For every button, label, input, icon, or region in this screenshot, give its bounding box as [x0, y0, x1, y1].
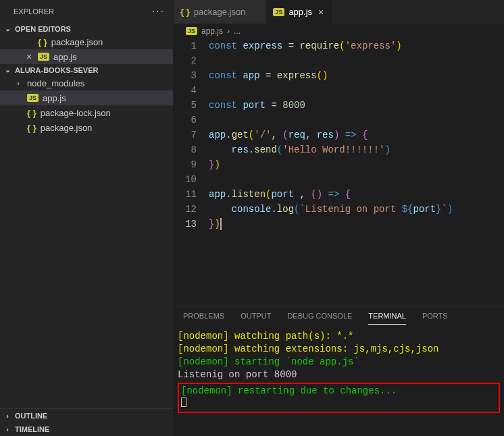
item-name: package-lock.json [41, 108, 111, 118]
file-item[interactable]: { }package-lock.json [0, 105, 173, 120]
chevron-right-icon: › [14, 79, 23, 87]
js-file-icon: JS [186, 27, 197, 35]
project-label: ALURA-BOOKS-SEVER [15, 66, 98, 74]
json-file-icon: { } [27, 108, 36, 118]
code-editor[interactable]: 12345678910111213 const express = requir… [174, 38, 504, 306]
file-name: app.js [53, 52, 77, 62]
json-file-icon: { } [38, 37, 47, 47]
editor-group: { }package.jsonJSapp.js× JS app.js › ...… [174, 0, 504, 436]
highlighted-output: [nodemon] restarting due to changes... [178, 383, 500, 413]
tab-label: package.json [194, 7, 246, 17]
panel-tab-debug-console[interactable]: DEBUG CONSOLE [287, 312, 352, 325]
code-content[interactable]: const express = require('express') const… [209, 38, 504, 306]
item-name: app.js [43, 93, 66, 103]
terminal-content[interactable]: [nodemon] watching path(s): *.*[nodemon]… [174, 325, 504, 436]
panel-tab-ports[interactable]: PORTS [422, 312, 448, 325]
terminal-line: Listenig on port 8000 [178, 369, 500, 381]
timeline-label: TIMELINE [15, 425, 49, 433]
outline-label: OUTLINE [15, 412, 47, 420]
editor-tab[interactable]: { }package.json [174, 0, 266, 24]
folder-item[interactable]: ›node_modules [0, 76, 173, 90]
explorer-title: EXPLORER [14, 7, 54, 16]
file-item[interactable]: { }package.json [0, 120, 173, 135]
bottom-panel: PROBLEMSOUTPUTDEBUG CONSOLETERMINALPORTS… [174, 306, 504, 436]
explorer-header: EXPLORER ··· [0, 0, 173, 23]
breadcrumb-file: app.js [201, 26, 223, 36]
open-editors-list: { }package.json×JSapp.js [0, 34, 173, 64]
chevron-right-icon: › [3, 412, 12, 420]
js-file-icon: JS [38, 53, 49, 61]
chevron-down-icon: ⌄ [3, 65, 12, 74]
close-icon[interactable]: × [316, 7, 326, 18]
json-file-icon: { } [180, 7, 190, 17]
line-gutter: 12345678910111213 [174, 38, 209, 306]
terminal-line: [nodemon] watching path(s): *.* [178, 330, 500, 343]
outline-section[interactable]: › OUTLINE [0, 409, 173, 423]
text-cursor [220, 218, 222, 230]
js-file-icon: JS [27, 94, 39, 102]
panel-tab-terminal[interactable]: TERMINAL [368, 312, 406, 325]
tab-bar: { }package.jsonJSapp.js× [174, 0, 504, 24]
breadcrumb-tail: ... [234, 26, 241, 36]
more-actions-icon[interactable]: ··· [152, 5, 165, 18]
project-tree: ›node_modulesJSapp.js{ }package-lock.jso… [0, 76, 173, 135]
open-editor-item[interactable]: ×JSapp.js [0, 49, 173, 64]
chevron-right-icon: › [227, 26, 230, 36]
editor-tab[interactable]: JSapp.js× [266, 0, 333, 24]
js-file-icon: JS [273, 8, 284, 16]
panel-tab-problems[interactable]: PROBLEMS [183, 312, 224, 325]
item-name: package.json [41, 123, 93, 133]
tab-label: app.js [288, 7, 312, 17]
panel-tabs: PROBLEMSOUTPUTDEBUG CONSOLETERMINALPORTS [174, 306, 504, 325]
open-editor-item[interactable]: { }package.json [0, 34, 173, 49]
open-editors-section[interactable]: ⌄ OPEN EDITORS [0, 23, 173, 34]
panel-tab-output[interactable]: OUTPUT [241, 312, 271, 325]
file-name: package.json [51, 37, 103, 47]
json-file-icon: { } [27, 123, 36, 133]
item-name: node_modules [27, 78, 84, 88]
terminal-line: [nodemon] restarting due to changes... [181, 385, 497, 398]
terminal-line: [nodemon] watching extensions: js,mjs,cj… [178, 343, 500, 356]
chevron-down-icon: ⌄ [3, 24, 12, 33]
terminal-line: [nodemon] starting `node app.js` [178, 356, 500, 369]
open-editors-label: OPEN EDITORS [15, 25, 71, 33]
timeline-section[interactable]: › TIMELINE [0, 423, 173, 436]
close-icon[interactable]: × [24, 51, 34, 62]
file-item[interactable]: JSapp.js [0, 90, 173, 105]
explorer-sidebar: EXPLORER ··· ⌄ OPEN EDITORS { }package.j… [0, 0, 174, 436]
chevron-right-icon: › [3, 425, 12, 433]
breadcrumb[interactable]: JS app.js › ... [174, 24, 504, 38]
terminal-cursor [181, 398, 186, 407]
project-section[interactable]: ⌄ ALURA-BOOKS-SEVER [0, 64, 173, 76]
